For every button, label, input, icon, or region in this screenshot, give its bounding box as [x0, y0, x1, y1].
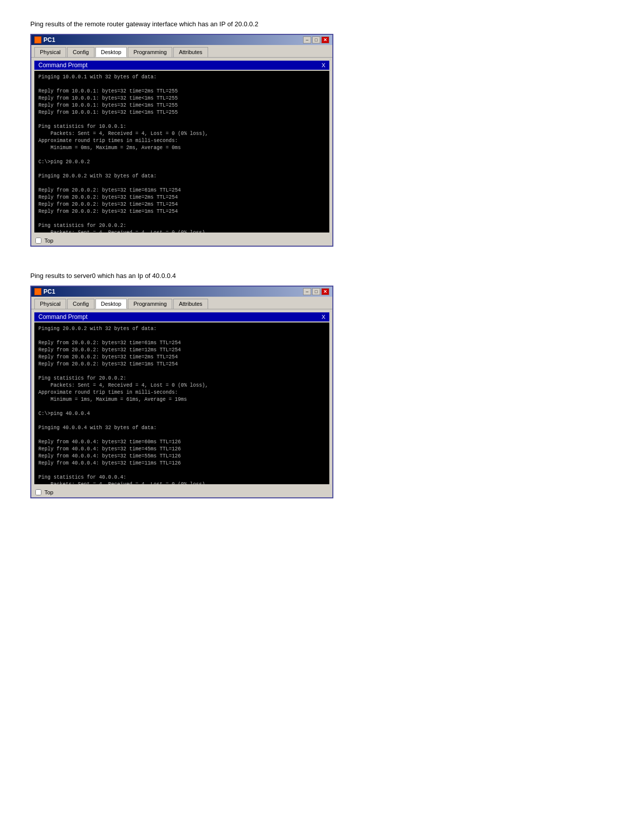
window-1: PC1 – □ ✕ Physical Config Desktop Progra… [30, 34, 333, 247]
maximize-button-2[interactable]: □ [312, 288, 320, 295]
cmd-2-close[interactable]: X [322, 314, 325, 320]
pc-icon [34, 36, 41, 43]
cmd-2-titlebar: Command Prompt X [34, 312, 329, 321]
window-1-body: Command Prompt X Pinging 10.0.0.1 with 3… [31, 58, 332, 236]
close-button-2[interactable]: ✕ [321, 288, 329, 295]
close-button-1[interactable]: ✕ [321, 36, 329, 43]
cmd-2-output[interactable]: Pinging 20.0.0.2 with 32 bytes of data: … [34, 322, 329, 484]
minimize-button-1[interactable]: – [303, 36, 311, 43]
tab-2-desktop[interactable]: Desktop [95, 299, 127, 309]
window-1-title: PC1 [43, 36, 55, 43]
tab-2-attributes[interactable]: Attributes [173, 299, 208, 309]
cmd-1-titlebar: Command Prompt X [34, 61, 329, 70]
window-2-titlebar: PC1 – □ ✕ [31, 287, 332, 297]
tab-2-physical[interactable]: Physical [34, 299, 66, 309]
window-1-titlebar: PC1 – □ ✕ [31, 35, 332, 45]
tab-1-desktop[interactable]: Desktop [95, 47, 127, 57]
window-2-controls[interactable]: – □ ✕ [303, 288, 329, 295]
window-1-tabbar: Physical Config Desktop Programming Attr… [31, 45, 332, 58]
tab-1-config[interactable]: Config [67, 47, 94, 57]
top-label-1: Top [44, 238, 54, 244]
window-1-footer: Top [31, 236, 332, 246]
window-1-controls[interactable]: – □ ✕ [303, 36, 329, 43]
window-2-body: Command Prompt X Pinging 20.0.0.2 with 3… [31, 309, 332, 487]
top-label-2: Top [44, 489, 54, 495]
cmd-1-close[interactable]: X [322, 62, 325, 68]
tab-1-physical[interactable]: Physical [34, 47, 66, 57]
top-checkbox-1[interactable] [35, 238, 41, 244]
section2-label: Ping results to server0 which has an Ip … [30, 272, 614, 280]
tab-1-programming[interactable]: Programming [128, 47, 172, 57]
tab-2-programming[interactable]: Programming [128, 299, 172, 309]
window-2: PC1 – □ ✕ Physical Config Desktop Progra… [30, 286, 333, 498]
window-2-title-left: PC1 [34, 288, 55, 295]
top-checkbox-2[interactable] [35, 489, 41, 495]
pc-icon-2 [34, 288, 41, 295]
maximize-button-1[interactable]: □ [312, 36, 320, 43]
window-2-tabbar: Physical Config Desktop Programming Attr… [31, 297, 332, 309]
cmd-1-output[interactable]: Pinging 10.0.0.1 with 32 bytes of data: … [34, 71, 329, 233]
tab-1-attributes[interactable]: Attributes [173, 47, 208, 57]
tab-2-config[interactable]: Config [67, 299, 94, 309]
cmd-1-title: Command Prompt [38, 62, 87, 69]
window-1-title-left: PC1 [34, 36, 55, 43]
minimize-button-2[interactable]: – [303, 288, 311, 295]
window-2-footer: Top [31, 487, 332, 497]
window-2-title: PC1 [43, 288, 55, 295]
section1-label: Ping results of the remote router gatewa… [30, 20, 614, 28]
cmd-2-title: Command Prompt [38, 313, 87, 320]
